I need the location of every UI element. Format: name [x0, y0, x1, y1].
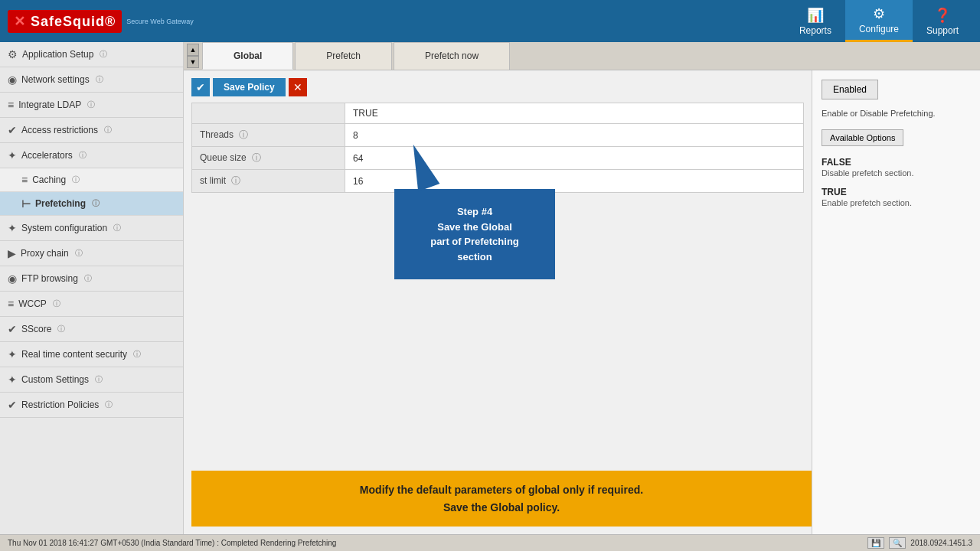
- network-icon: ◉: [8, 73, 17, 86]
- available-options-button[interactable]: Available Options: [822, 129, 903, 146]
- navbar: ✕ SafeSquid® Secure Web Gateway 📊 Report…: [0, 0, 980, 42]
- rtcs-icon: ✦: [8, 348, 17, 360]
- stlimit-info-icon: ⓘ: [231, 175, 240, 186]
- caching-icon: ≡: [21, 174, 28, 186]
- tabs-row: ▲ ▼ Global Prefetch Prefetch now: [184, 42, 980, 70]
- table-value-1: 8: [345, 124, 804, 147]
- sidebar-item-accelerators[interactable]: ✦ Accelerators ⓘ: [0, 143, 183, 168]
- table-label-0: [192, 103, 345, 124]
- ldap-info: ⓘ: [87, 99, 95, 110]
- policy-table: TRUE Threads ⓘ 8 Queue: [191, 103, 804, 193]
- network-info: ⓘ: [96, 74, 103, 85]
- support-icon: ❓: [934, 7, 951, 24]
- main-layout: ⚙ Application Setup ⓘ ◉ Network settings…: [0, 42, 980, 534]
- ldap-icon: ≡: [8, 99, 14, 111]
- sidebar-item-prefetching[interactable]: ⊢ Prefetching ⓘ: [0, 192, 183, 216]
- table-row: Threads ⓘ 8: [192, 124, 804, 147]
- restriction-info: ⓘ: [105, 399, 113, 410]
- ftp-icon: ◉: [8, 272, 17, 285]
- save-policy-button[interactable]: Save Policy: [213, 78, 286, 96]
- main-panel: ✔ Save Policy ✕ TRUE Threads: [184, 70, 980, 534]
- restriction-icon: ✔: [8, 399, 17, 411]
- tab-global[interactable]: Global: [202, 42, 293, 70]
- step-callout: Step #4 Save the Global part of Prefetch…: [394, 189, 555, 279]
- bottom-notice: Modify the default parameters of global …: [191, 471, 812, 527]
- custom-icon: ✦: [8, 373, 17, 386]
- sidebar-item-caching[interactable]: ≡ Caching ⓘ: [0, 168, 183, 192]
- content-area: ▲ ▼ Global Prefetch Prefetch now ✔ Save …: [184, 42, 980, 534]
- sidebar-item-integrate-ldap[interactable]: ≡ Integrate LDAP ⓘ: [0, 93, 183, 118]
- access-info: ⓘ: [104, 125, 112, 135]
- configure-icon: ⚙: [873, 5, 885, 22]
- sidebar-item-application-setup[interactable]: ⚙ Application Setup ⓘ: [0, 42, 183, 67]
- prefetching-icon: ⊢: [21, 197, 31, 210]
- save-icon[interactable]: 💾: [867, 537, 884, 549]
- app-setup-icon: ⚙: [8, 48, 18, 60]
- configure-btn[interactable]: ⚙ Configure: [845, 0, 913, 42]
- sidebar-item-restriction-policies[interactable]: ✔ Restriction Policies ⓘ: [0, 393, 183, 418]
- custom-info: ⓘ: [95, 374, 103, 385]
- system-icon: ✦: [8, 222, 17, 234]
- system-info: ⓘ: [113, 223, 121, 233]
- access-icon: ✔: [8, 124, 17, 136]
- table-row: Queue size ⓘ 64: [192, 147, 804, 170]
- rtcs-info: ⓘ: [133, 349, 141, 360]
- sscore-icon: ✔: [8, 323, 17, 335]
- queuesize-info-icon: ⓘ: [252, 152, 261, 163]
- option-false: FALSE Disable prefetch section.: [822, 157, 971, 179]
- support-btn[interactable]: ❓ Support: [913, 0, 972, 42]
- table-row: TRUE: [192, 103, 804, 124]
- option-true: TRUE Enable prefetch section.: [822, 187, 971, 209]
- sidebar-item-proxy-chain[interactable]: ▶ Proxy chain ⓘ: [0, 241, 183, 266]
- check-btn[interactable]: ✔: [191, 78, 210, 96]
- status-left: Thu Nov 01 2018 16:41:27 GMT+0530 (India…: [8, 539, 336, 547]
- right-panel: Enabled Enable or Disable Prefetching. A…: [812, 70, 980, 534]
- accelerators-info: ⓘ: [79, 150, 87, 161]
- action-row: ✔ Save Policy ✕: [191, 78, 804, 96]
- logo-subtitle: Secure Web Gateway: [126, 18, 193, 25]
- table-label-1: Threads ⓘ: [192, 124, 345, 147]
- status-right: 2018.0924.1451.3: [910, 539, 972, 547]
- sidebar: ⚙ Application Setup ⓘ ◉ Network settings…: [0, 42, 184, 534]
- app-setup-info: ⓘ: [100, 49, 107, 60]
- sscore-info: ⓘ: [57, 324, 65, 334]
- scroll-down-btn[interactable]: ▼: [187, 56, 199, 68]
- sidebar-item-access-restrictions[interactable]: ✔ Access restrictions ⓘ: [0, 118, 183, 143]
- logo-area: ✕ SafeSquid® Secure Web Gateway: [8, 10, 194, 33]
- sidebar-item-wccp[interactable]: ≡ WCCP ⓘ: [0, 292, 183, 317]
- logo: ✕ SafeSquid®: [8, 10, 122, 33]
- threads-info-icon: ⓘ: [239, 129, 248, 140]
- status-bar: Thu Nov 01 2018 16:41:27 GMT+0530 (India…: [0, 534, 980, 551]
- sidebar-item-ftp-browsing[interactable]: ◉ FTP browsing ⓘ: [0, 266, 183, 292]
- nav-right: 📊 Reports ⚙ Configure ❓ Support: [786, 0, 972, 42]
- prefetching-info: ⓘ: [92, 198, 100, 209]
- table-label-2: Queue size ⓘ: [192, 147, 345, 170]
- center-content: ✔ Save Policy ✕ TRUE Threads: [184, 70, 812, 534]
- enabled-button[interactable]: Enabled: [822, 80, 878, 99]
- proxy-icon: ▶: [8, 247, 16, 259]
- tab-prefetch-now[interactable]: Prefetch now: [394, 42, 510, 70]
- wccp-icon: ≡: [8, 298, 14, 310]
- proxy-info: ⓘ: [75, 248, 83, 259]
- sidebar-item-real-time-content-security[interactable]: ✦ Real time content security ⓘ: [0, 342, 183, 367]
- wccp-info: ⓘ: [53, 298, 60, 309]
- sidebar-item-system-configuration[interactable]: ✦ System configuration ⓘ: [0, 216, 183, 241]
- delete-btn[interactable]: ✕: [289, 78, 307, 96]
- ftp-info: ⓘ: [84, 273, 92, 284]
- sidebar-item-network-settings[interactable]: ◉ Network settings ⓘ: [0, 67, 183, 93]
- right-description: Enable or Disable Prefetching.: [822, 107, 971, 120]
- tab-prefetch[interactable]: Prefetch: [295, 42, 392, 70]
- table-label-3: st limit ⓘ: [192, 170, 345, 193]
- caching-info: ⓘ: [72, 174, 80, 185]
- table-value-0: TRUE: [345, 103, 804, 124]
- reports-btn[interactable]: 📊 Reports: [786, 0, 845, 42]
- reports-icon: 📊: [807, 7, 824, 24]
- search-icon[interactable]: 🔍: [889, 537, 906, 549]
- sidebar-item-custom-settings[interactable]: ✦ Custom Settings ⓘ: [0, 367, 183, 393]
- accelerators-icon: ✦: [8, 149, 17, 161]
- scroll-up-btn[interactable]: ▲: [187, 44, 199, 56]
- sidebar-item-sscore[interactable]: ✔ SScore ⓘ: [0, 317, 183, 342]
